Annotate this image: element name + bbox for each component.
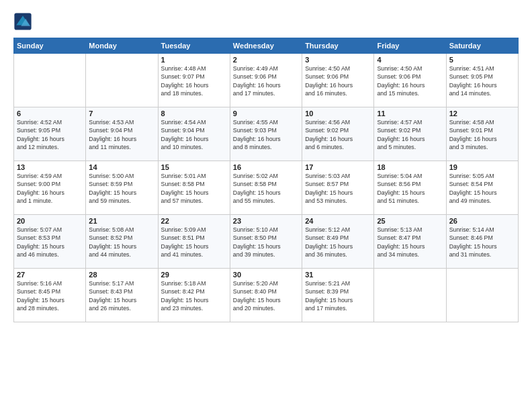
- calendar-cell: 12Sunrise: 4:58 AM Sunset: 9:01 PM Dayli…: [446, 107, 518, 161]
- day-number: 22: [161, 217, 227, 225]
- week-row-2: 13Sunrise: 4:59 AM Sunset: 9:00 PM Dayli…: [14, 161, 519, 215]
- week-row-4: 27Sunrise: 5:16 AM Sunset: 8:45 PM Dayli…: [14, 269, 519, 322]
- day-info: Sunrise: 4:58 AM Sunset: 9:01 PM Dayligh…: [449, 118, 515, 151]
- day-number: 4: [377, 56, 443, 64]
- day-number: 12: [449, 109, 515, 118]
- calendar-cell: [374, 269, 446, 322]
- day-info: Sunrise: 5:20 AM Sunset: 8:40 PM Dayligh…: [233, 279, 299, 312]
- day-number: 1: [161, 56, 227, 64]
- day-info: Sunrise: 5:02 AM Sunset: 8:58 PM Dayligh…: [233, 172, 299, 205]
- calendar-cell: 9Sunrise: 4:55 AM Sunset: 9:03 PM Daylig…: [230, 107, 302, 161]
- calendar-cell: 18Sunrise: 5:04 AM Sunset: 8:56 PM Dayli…: [374, 161, 446, 215]
- day-number: 17: [305, 163, 371, 171]
- calendar-cell: [14, 54, 86, 107]
- day-number: 24: [305, 217, 371, 225]
- day-info: Sunrise: 5:09 AM Sunset: 8:51 PM Dayligh…: [161, 226, 227, 259]
- calendar-cell: 24Sunrise: 5:12 AM Sunset: 8:49 PM Dayli…: [302, 215, 374, 269]
- calendar-cell: 10Sunrise: 4:56 AM Sunset: 9:02 PM Dayli…: [302, 107, 374, 161]
- calendar-cell: 27Sunrise: 5:16 AM Sunset: 8:45 PM Dayli…: [14, 269, 86, 322]
- header: [13, 12, 519, 31]
- calendar-cell: 7Sunrise: 4:53 AM Sunset: 9:04 PM Daylig…: [86, 107, 158, 161]
- calendar-cell: 14Sunrise: 5:00 AM Sunset: 8:59 PM Dayli…: [86, 161, 158, 215]
- calendar-cell: 31Sunrise: 5:21 AM Sunset: 8:39 PM Dayli…: [302, 269, 374, 322]
- day-number: 11: [377, 109, 443, 118]
- calendar-cell: 25Sunrise: 5:13 AM Sunset: 8:47 PM Dayli…: [374, 215, 446, 269]
- calendar-cell: 28Sunrise: 5:17 AM Sunset: 8:43 PM Dayli…: [86, 269, 158, 322]
- calendar-cell: 1Sunrise: 4:48 AM Sunset: 9:07 PM Daylig…: [158, 54, 230, 107]
- day-number: 25: [377, 217, 443, 225]
- day-info: Sunrise: 5:03 AM Sunset: 8:57 PM Dayligh…: [305, 172, 371, 205]
- calendar-table: SundayMondayTuesdayWednesdayThursdayFrid…: [13, 38, 519, 322]
- calendar-cell: 2Sunrise: 4:49 AM Sunset: 9:06 PM Daylig…: [230, 54, 302, 107]
- calendar-cell: 26Sunrise: 5:14 AM Sunset: 8:46 PM Dayli…: [446, 215, 518, 269]
- calendar-cell: 13Sunrise: 4:59 AM Sunset: 9:00 PM Dayli…: [14, 161, 86, 215]
- logo: [13, 12, 34, 31]
- day-number: 6: [17, 109, 83, 118]
- calendar-cell: [86, 54, 158, 107]
- day-number: 13: [17, 163, 83, 171]
- day-number: 30: [233, 271, 299, 279]
- col-header-sunday: Sunday: [14, 38, 86, 54]
- day-number: 7: [89, 109, 154, 118]
- day-info: Sunrise: 4:50 AM Sunset: 9:06 PM Dayligh…: [305, 64, 371, 97]
- calendar-cell: 17Sunrise: 5:03 AM Sunset: 8:57 PM Dayli…: [302, 161, 374, 215]
- col-header-thursday: Thursday: [302, 38, 374, 54]
- day-info: Sunrise: 4:48 AM Sunset: 9:07 PM Dayligh…: [161, 64, 227, 97]
- calendar-cell: 3Sunrise: 4:50 AM Sunset: 9:06 PM Daylig…: [302, 54, 374, 107]
- day-info: Sunrise: 4:52 AM Sunset: 9:05 PM Dayligh…: [17, 118, 83, 151]
- day-number: 3: [305, 56, 371, 64]
- day-info: Sunrise: 5:13 AM Sunset: 8:47 PM Dayligh…: [377, 226, 443, 259]
- day-info: Sunrise: 5:14 AM Sunset: 8:46 PM Dayligh…: [449, 226, 515, 259]
- calendar-cell: 21Sunrise: 5:08 AM Sunset: 8:52 PM Dayli…: [86, 215, 158, 269]
- day-number: 8: [161, 109, 227, 118]
- calendar-cell: 6Sunrise: 4:52 AM Sunset: 9:05 PM Daylig…: [14, 107, 86, 161]
- col-header-monday: Monday: [86, 38, 158, 54]
- calendar-cell: [446, 269, 518, 322]
- day-number: 28: [89, 271, 154, 279]
- day-info: Sunrise: 4:53 AM Sunset: 9:04 PM Dayligh…: [89, 118, 154, 151]
- day-info: Sunrise: 5:21 AM Sunset: 8:39 PM Dayligh…: [305, 279, 371, 312]
- day-number: 16: [233, 163, 299, 171]
- calendar-cell: 29Sunrise: 5:18 AM Sunset: 8:42 PM Dayli…: [158, 269, 230, 322]
- day-info: Sunrise: 5:05 AM Sunset: 8:54 PM Dayligh…: [449, 172, 515, 205]
- day-number: 5: [449, 56, 515, 64]
- day-info: Sunrise: 5:07 AM Sunset: 8:53 PM Dayligh…: [17, 226, 83, 259]
- day-info: Sunrise: 5:12 AM Sunset: 8:49 PM Dayligh…: [305, 226, 371, 259]
- week-row-3: 20Sunrise: 5:07 AM Sunset: 8:53 PM Dayli…: [14, 215, 519, 269]
- day-number: 27: [17, 271, 83, 279]
- day-number: 21: [89, 217, 154, 225]
- day-info: Sunrise: 5:01 AM Sunset: 8:58 PM Dayligh…: [161, 172, 227, 205]
- day-number: 23: [233, 217, 299, 225]
- day-number: 9: [233, 109, 299, 118]
- col-header-friday: Friday: [374, 38, 446, 54]
- calendar-cell: 19Sunrise: 5:05 AM Sunset: 8:54 PM Dayli…: [446, 161, 518, 215]
- day-info: Sunrise: 5:16 AM Sunset: 8:45 PM Dayligh…: [17, 279, 83, 312]
- day-number: 2: [233, 56, 299, 64]
- day-number: 10: [305, 109, 371, 118]
- week-row-1: 6Sunrise: 4:52 AM Sunset: 9:05 PM Daylig…: [14, 107, 519, 161]
- day-number: 15: [161, 163, 227, 171]
- day-info: Sunrise: 4:54 AM Sunset: 9:04 PM Dayligh…: [161, 118, 227, 151]
- day-info: Sunrise: 5:18 AM Sunset: 8:42 PM Dayligh…: [161, 279, 227, 312]
- day-info: Sunrise: 4:51 AM Sunset: 9:05 PM Dayligh…: [449, 64, 515, 97]
- day-info: Sunrise: 5:00 AM Sunset: 8:59 PM Dayligh…: [89, 172, 154, 205]
- day-info: Sunrise: 4:57 AM Sunset: 9:02 PM Dayligh…: [377, 118, 443, 151]
- calendar-cell: 16Sunrise: 5:02 AM Sunset: 8:58 PM Dayli…: [230, 161, 302, 215]
- day-number: 14: [89, 163, 154, 171]
- calendar-cell: 5Sunrise: 4:51 AM Sunset: 9:05 PM Daylig…: [446, 54, 518, 107]
- calendar-cell: 20Sunrise: 5:07 AM Sunset: 8:53 PM Dayli…: [14, 215, 86, 269]
- page: SundayMondayTuesdayWednesdayThursdayFrid…: [0, 0, 532, 411]
- day-info: Sunrise: 4:55 AM Sunset: 9:03 PM Dayligh…: [233, 118, 299, 151]
- day-number: 31: [305, 271, 371, 279]
- day-info: Sunrise: 5:17 AM Sunset: 8:43 PM Dayligh…: [89, 279, 154, 312]
- day-number: 29: [161, 271, 227, 279]
- col-header-tuesday: Tuesday: [158, 38, 230, 54]
- col-header-saturday: Saturday: [446, 38, 518, 54]
- calendar-cell: 30Sunrise: 5:20 AM Sunset: 8:40 PM Dayli…: [230, 269, 302, 322]
- calendar-cell: 15Sunrise: 5:01 AM Sunset: 8:58 PM Dayli…: [158, 161, 230, 215]
- day-info: Sunrise: 5:10 AM Sunset: 8:50 PM Dayligh…: [233, 226, 299, 259]
- calendar-cell: 22Sunrise: 5:09 AM Sunset: 8:51 PM Dayli…: [158, 215, 230, 269]
- calendar-cell: 11Sunrise: 4:57 AM Sunset: 9:02 PM Dayli…: [374, 107, 446, 161]
- calendar-cell: 4Sunrise: 4:50 AM Sunset: 9:06 PM Daylig…: [374, 54, 446, 107]
- week-row-0: 1Sunrise: 4:48 AM Sunset: 9:07 PM Daylig…: [14, 54, 519, 107]
